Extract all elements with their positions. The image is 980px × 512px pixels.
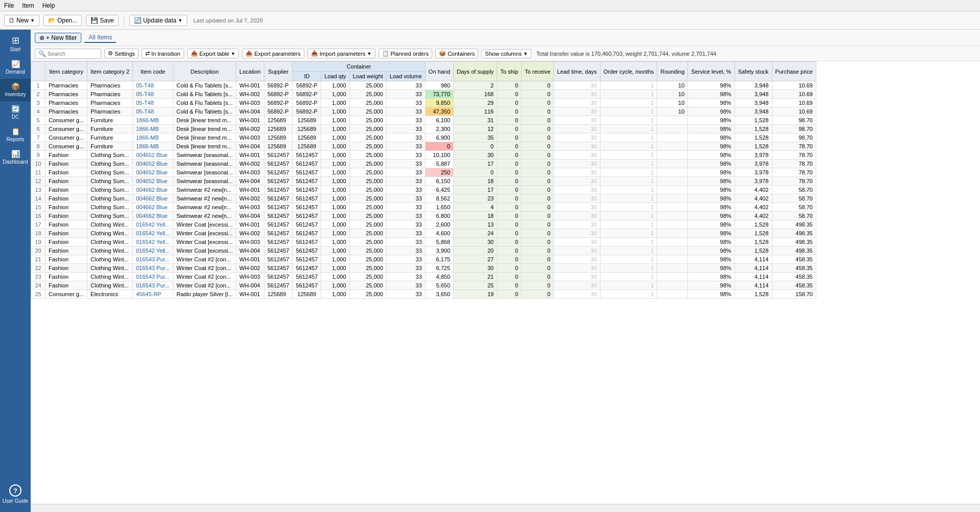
col-price[interactable]: Purchase price [772, 62, 816, 81]
new-dropdown-icon[interactable]: ▼ [30, 18, 35, 23]
item-code-link[interactable]: 004662 Blue [136, 204, 168, 210]
item-code-link[interactable]: 016542 Yell... [136, 239, 170, 245]
search-input[interactable] [48, 51, 98, 57]
item-code: 1866-MB [132, 116, 173, 125]
on-hand: 4,600 [425, 229, 453, 238]
import-params-button[interactable]: 📥 Import parameters ▼ [307, 49, 375, 58]
col-item-cat2[interactable]: Item category 2 [87, 62, 133, 81]
item-code-link[interactable]: 004652 Blue [136, 161, 168, 167]
col-description[interactable]: Description [173, 62, 236, 81]
to-ship: 0 [497, 90, 522, 99]
col-service[interactable]: Service level, % [688, 62, 734, 81]
show-columns-icon[interactable]: ▼ [523, 51, 528, 56]
containers-button[interactable]: 📦 Containers [435, 49, 478, 58]
col-location[interactable]: Location [236, 62, 264, 81]
location: WH-001 [236, 116, 264, 125]
order-cycle: 1 [600, 290, 657, 299]
purchase-price: 58.70 [772, 212, 816, 220]
item-code-link[interactable]: 016542 Yell... [136, 221, 170, 228]
item-code-link[interactable]: 016543 Pur... [136, 265, 169, 271]
item-code-link[interactable]: 1866-MB [136, 117, 159, 123]
sidebar-item-dc[interactable]: 🔄 DC [0, 101, 31, 124]
to-ship: 0 [497, 273, 522, 281]
sidebar-item-start[interactable]: ⊞ Start [0, 32, 31, 56]
col-load-qty[interactable]: Load qty [321, 72, 349, 81]
col-load-volume[interactable]: Load volume [386, 72, 425, 81]
planned-orders-button[interactable]: 📋 Planned orders [378, 49, 433, 58]
item-category-2: Clothing Sum... [87, 160, 133, 168]
days-supply: 30 [454, 238, 497, 247]
to-receive: 0 [522, 142, 554, 151]
to-ship: 0 [497, 116, 522, 125]
item-code-link[interactable]: 1866-MB [136, 143, 159, 149]
col-leadtime[interactable]: Lead time, days [554, 62, 600, 81]
item-code-link[interactable]: 016543 Pur... [136, 282, 169, 288]
in-transition-button[interactable]: ⇄ In transition [142, 49, 184, 58]
col-toreceive[interactable]: To receive [522, 62, 554, 81]
sidebar-item-reports[interactable]: 📋 Reports [0, 124, 31, 146]
item-code-link[interactable]: 05-T48 [136, 108, 154, 115]
open-button[interactable]: 📂 Open... [43, 15, 82, 26]
menu-file[interactable]: File [4, 2, 14, 9]
data-table-container[interactable]: Item category Item category 2 Item code … [31, 61, 980, 504]
item-code-link[interactable]: 004662 Blue [136, 213, 168, 219]
item-code-link[interactable]: 016543 Pur... [136, 274, 169, 280]
reports-icon: 📋 [11, 128, 20, 135]
export-table-dropdown-icon[interactable]: ▼ [231, 51, 235, 56]
col-rounding[interactable]: Rounding [657, 62, 688, 81]
rounding [657, 281, 688, 290]
to-receive: 0 [522, 168, 554, 177]
sidebar-item-dashboard[interactable]: 📊 Dashboard [0, 146, 31, 169]
item-code-link[interactable]: 004652 Blue [136, 152, 168, 158]
safety-stock: 3,978 [734, 168, 772, 177]
import-dropdown-icon[interactable]: ▼ [367, 51, 372, 56]
container-id: 5612457 [293, 203, 321, 212]
update-dropdown-icon[interactable]: ▼ [178, 18, 183, 23]
item-code-link[interactable]: 016542 Yell... [136, 230, 170, 236]
safety-stock: 1,528 [734, 229, 772, 238]
search-box[interactable]: 🔍 [35, 49, 101, 59]
col-item-cat[interactable]: Item category [46, 62, 87, 81]
save-button[interactable]: 💾 Save [86, 15, 118, 26]
show-columns-button[interactable]: Show columns ▼ [481, 49, 531, 58]
item-code-link[interactable]: 016543 Pur... [136, 256, 169, 262]
menu-help[interactable]: Help [42, 2, 55, 9]
menu-item[interactable]: Item [22, 2, 34, 9]
col-load-weight[interactable]: Load weight [349, 72, 386, 81]
item-code-link[interactable]: 1866-MB [136, 126, 159, 132]
item-code-link[interactable]: 05-T48 [136, 82, 154, 88]
col-item-code[interactable]: Item code [132, 62, 173, 81]
sidebar-item-user-guide[interactable]: ? User Guide [0, 480, 31, 508]
item-code-link[interactable]: 05-T48 [136, 100, 154, 106]
item-code-link[interactable]: 1866-MB [136, 135, 159, 141]
table-row: 4 Pharmacies Pharmacies 05-T48 Cold & Fl… [31, 107, 816, 116]
bottom-scrollbar[interactable] [31, 504, 980, 512]
item-code-link[interactable]: 004662 Blue [136, 195, 168, 202]
sidebar-item-inventory[interactable]: 📦 Inventory [0, 79, 31, 101]
all-items-button[interactable]: All Items [84, 33, 116, 43]
col-onhand[interactable]: On hand [425, 62, 453, 81]
new-button[interactable]: 🗋 New ▼ [4, 15, 39, 26]
col-toship[interactable]: To ship [497, 62, 522, 81]
on-hand: 10,100 [425, 151, 453, 160]
update-button[interactable]: 🔄 Update data ▼ [129, 15, 187, 26]
purchase-price: 78.70 [772, 168, 816, 177]
item-code-link[interactable]: 016542 Yell... [136, 248, 170, 254]
col-supplier[interactable]: Supplier [264, 62, 293, 81]
item-category-2: Clothing Wint... [87, 255, 133, 264]
item-code-link[interactable]: 004662 Blue [136, 187, 168, 193]
col-safety[interactable]: Safety stock [734, 62, 772, 81]
col-container-id[interactable]: ID [293, 72, 321, 81]
item-code-link[interactable]: 45645-RP [136, 291, 162, 297]
export-table-button[interactable]: 📤 Export table ▼ [187, 49, 239, 58]
item-code-link[interactable]: 004652 Blue [136, 178, 168, 184]
col-ordercycle[interactable]: Order cycle, months [600, 62, 657, 81]
on-hand: 6,725 [425, 264, 453, 273]
export-params-button[interactable]: 📤 Export parameters [242, 49, 304, 58]
settings-button[interactable]: ⚙ Settings [104, 49, 139, 58]
item-code-link[interactable]: 05-T48 [136, 91, 154, 97]
sidebar-item-demand[interactable]: 📈 Demand [0, 56, 31, 79]
col-days-supply[interactable]: Days of supply [454, 62, 497, 81]
item-code-link[interactable]: 004652 Blue [136, 169, 168, 175]
new-filter-button[interactable]: ⊕ + New filter [35, 33, 81, 43]
